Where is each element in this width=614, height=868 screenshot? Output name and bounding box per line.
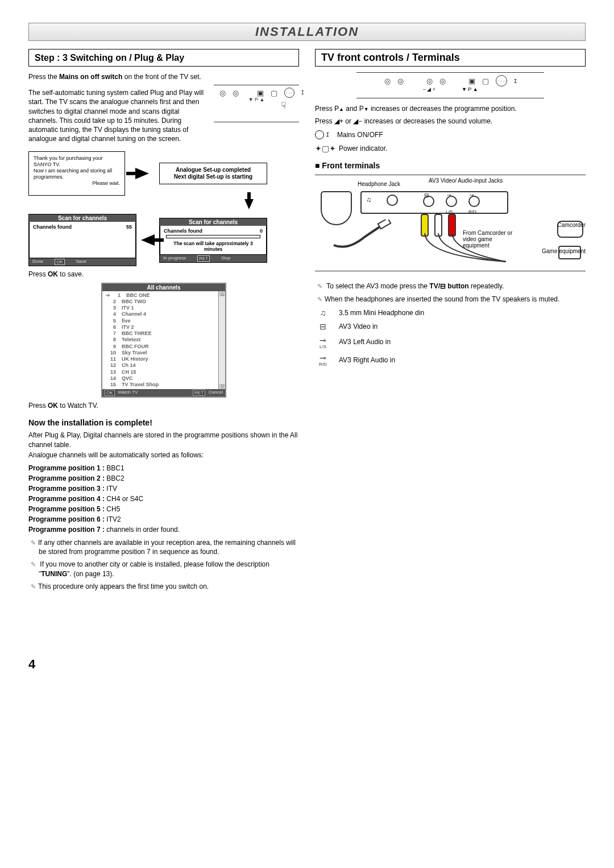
scan-title-right: Scan for channels: [160, 218, 267, 226]
mains-on-off-icon: [315, 130, 324, 139]
list-item: 10Sky Travel: [106, 350, 215, 356]
all-channels-title: All channels: [102, 284, 225, 291]
all-channels-box: All channels ➔1BBC ONE 2BBC TWO 3ITV 1 4…: [101, 283, 226, 398]
arrow-right-icon: [135, 168, 149, 179]
sel-av3-note: To select the AV3 mode press the TV/⊟ bu…: [317, 282, 586, 291]
video-in-icon: ⊟: [315, 322, 331, 331]
scan-done: Done: [32, 259, 43, 265]
channels-found-label-r: Channels found: [164, 228, 202, 234]
power-box-icon: ▣: [468, 77, 475, 85]
prog-pos-6: Programme position 6 : ITV2: [28, 515, 299, 523]
scroll-up-icon[interactable]: △: [219, 291, 225, 296]
jack-icon: ◎: [233, 89, 239, 97]
front-terminals-diagram: Headphone Jack AV3 Video/ Audio-input Ja…: [315, 175, 586, 271]
jack-icon: ◎: [384, 77, 391, 85]
scan-save: Save: [76, 259, 86, 265]
finger-press-icon: ☟: [281, 100, 287, 111]
scan-pair: Scan for channels Channels found 55 Done…: [28, 214, 299, 266]
arrow-down-icon: [244, 199, 254, 209]
av3-right-label: AV3 Right Audio in: [339, 356, 395, 364]
list-item: ➔1BBC ONE: [106, 292, 215, 299]
analogue-sort: Analogue channels will be automatically …: [28, 450, 299, 460]
prog-pos-2: Programme position 2 : BBC2: [28, 474, 299, 482]
game-label: Game equipment: [542, 248, 586, 254]
complete-heading: Now the installation is complete!: [28, 418, 299, 427]
power-box-icon: ▣: [257, 89, 264, 97]
auto-tuning-text: The self-automatic tuning system called …: [28, 88, 207, 143]
scroll-down-icon[interactable]: ▽: [219, 384, 225, 389]
p-desc: Press P and P increases or decreases the…: [315, 104, 586, 113]
audio-right-icon: ⊸R/D: [315, 353, 331, 366]
scan-time: The scan will take approximately 3 minut…: [164, 241, 263, 252]
hp-jack-label: Headphone Jack: [358, 181, 400, 187]
page-number: 4: [28, 657, 586, 672]
channel-scrollbar[interactable]: △ ▽: [218, 291, 225, 390]
chan-cancel: Cancel: [209, 390, 223, 396]
jack-icon: ◎: [426, 77, 433, 85]
step3-title: Step : 3 Switching on / Plug & Play: [28, 49, 299, 67]
vol-labels: − ◢ +: [422, 86, 435, 92]
scan-box-right: Scan for channels Channels found 0 The s…: [159, 218, 267, 263]
power-indicator-label: Power indicator.: [339, 144, 387, 152]
channels-found-label: Channels found: [33, 224, 72, 230]
scan-box-left: Scan for channels Channels found 55 Done…: [28, 214, 136, 266]
channel-buttons: OK Watch TV RET Cancel: [102, 389, 225, 396]
chan-watch: Watch TV: [118, 390, 138, 396]
audio-left-icon: ⊸L/S: [315, 336, 331, 349]
p-labels: ▼ P ▲: [462, 86, 478, 92]
tv-front-title: TV front controls / Terminals: [315, 49, 586, 67]
flow-row-1: Thank you for purchasing your SANYO TV. …: [28, 151, 299, 196]
press-ok-watch: Press OK to Watch TV.: [28, 401, 299, 410]
from-camcorder-label: From Camcorder or video game equipment: [463, 230, 514, 249]
list-item: 6ITV 2: [106, 324, 215, 330]
analogue-done-dialog: Analogue Set-up completed Next digital S…: [159, 163, 267, 184]
chan-ret: RET: [193, 390, 205, 396]
channel-list: ➔1BBC ONE 2BBC TWO 3ITV 1 4Channel 4 5fi…: [102, 291, 218, 390]
mains-on-off-label: Mains ON/OFF: [337, 131, 383, 139]
list-item: 8Teletext: [106, 337, 215, 343]
front-terminals-heading: ■ Front terminals: [315, 161, 586, 170]
left-column: Step : 3 Switching on / Plug & Play Pres…: [28, 49, 299, 594]
list-item: 13CH 15: [106, 369, 215, 375]
list-item: 2BBC TWO: [106, 299, 215, 305]
rd-label: R/D: [468, 209, 476, 214]
thankyou-l1: Thank you for purchasing your SANYO TV.: [34, 155, 120, 168]
headphone-plug-icon: [331, 220, 393, 254]
prog-pos-5: Programme position 5 : CH5: [28, 505, 299, 513]
scan-footer-right: In progress RET Stop: [160, 255, 267, 262]
scan-ok: OK: [55, 259, 65, 265]
thankyou-l2: Now I am searching and storing all progr…: [34, 168, 120, 180]
scan-ret: RET: [197, 255, 210, 262]
list-item: 3ITV 1: [106, 305, 215, 311]
power-mark-icon: ⵊ: [514, 78, 517, 84]
jack-icon: ◎: [439, 77, 446, 85]
list-item: 9BBC FOUR: [106, 344, 215, 350]
av3-video-label: AV3 Video in: [339, 323, 377, 330]
power-button-icon: · · ·: [284, 88, 294, 98]
vol-desc: Press ◢+ or ◢− increases or decreases th…: [315, 117, 586, 126]
press-mains-text: Press the Mains on off switch on the fro…: [28, 72, 299, 81]
scan-footer-left: Done OK Save: [29, 258, 136, 266]
prog-pos-1: Programme position 1 : BBC1: [28, 464, 299, 472]
arrow-left-icon: [141, 234, 155, 246]
camcorder-label: Camcorder: [558, 222, 586, 228]
scan-progress: [166, 235, 260, 238]
note-2: If you move to another city or cable is …: [31, 560, 299, 578]
scan-stop: Stop: [221, 255, 230, 262]
channels-found-55: 55: [126, 224, 132, 230]
after-pp: After Plug & Play, Digital channels are …: [28, 431, 299, 449]
chan-ok: OK: [105, 390, 115, 396]
power-led-icon: ▢: [271, 89, 277, 97]
press-ok-save: Press OK to save.: [28, 270, 299, 279]
headphone-icon: ♫: [315, 308, 331, 317]
pointer-icon: ➔: [106, 292, 110, 298]
prog-pos-7: Programme position 7 : channels in order…: [28, 526, 299, 534]
list-item: 14QVC: [106, 375, 215, 382]
av3-left-label: AV3 Left Audio in: [339, 338, 391, 346]
power-led-icon: ▢: [482, 77, 489, 85]
av3-jacks-label: AV3 Video/ Audio-input Jacks: [429, 177, 503, 184]
analogue-done-l2: Next digital Set-up is starting: [162, 173, 264, 180]
headphone-icon: ♫: [366, 196, 371, 204]
hp-mute-note: When the headphones are inserted the sou…: [317, 295, 586, 304]
list-item: 11UK History: [106, 356, 215, 362]
